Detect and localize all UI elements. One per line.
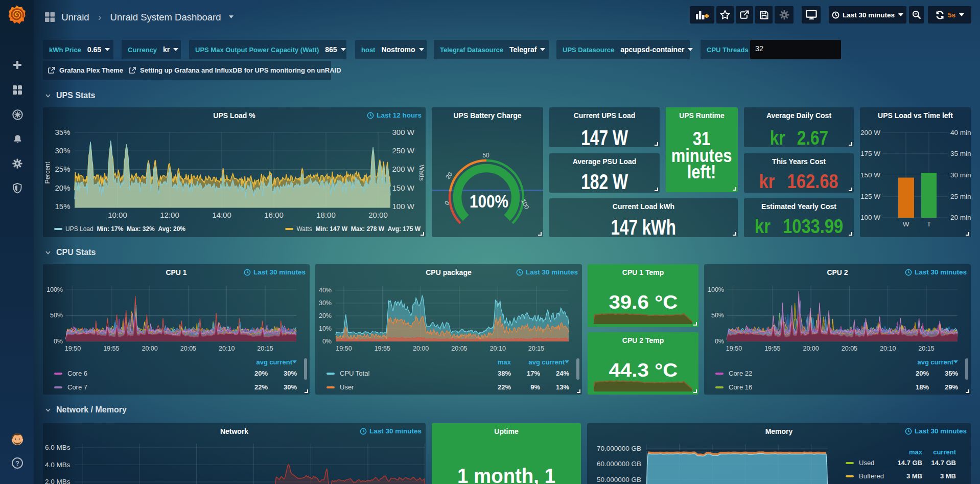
svg-text:35%: 35% (55, 128, 70, 136)
svg-text:150 W: 150 W (392, 183, 415, 192)
svg-text:40 min: 40 min (950, 129, 971, 136)
svg-text:20:15: 20:15 (257, 345, 273, 352)
svg-text:19:50: 19:50 (65, 345, 81, 352)
svg-text:60.000000 GB: 60.000000 GB (597, 460, 641, 468)
svg-text:20: 20 (444, 171, 454, 180)
svg-text:20%: 20% (319, 312, 332, 319)
svg-text:15%: 15% (55, 202, 70, 211)
svg-text:20:10: 20:10 (219, 345, 235, 352)
svg-text:50.000000 GB: 50.000000 GB (597, 476, 641, 483)
svg-text:19:50: 19:50 (336, 345, 352, 352)
svg-text:50%: 50% (50, 312, 63, 319)
svg-text:50%: 50% (711, 312, 724, 319)
svg-text:250 W: 250 W (392, 146, 415, 155)
svg-text:30 min: 30 min (950, 171, 971, 179)
svg-text:20:10: 20:10 (490, 345, 506, 352)
svg-text:19:55: 19:55 (103, 345, 119, 352)
svg-text:20:05: 20:05 (180, 345, 196, 352)
svg-text:100%: 100% (708, 286, 724, 293)
svg-text:10:00: 10:00 (108, 211, 127, 219)
svg-text:Percent: Percent (44, 162, 51, 184)
svg-text:200 W: 200 W (392, 165, 415, 173)
svg-text:19:50: 19:50 (726, 345, 742, 352)
svg-text:100 W: 100 W (392, 202, 415, 211)
svg-text:25 min: 25 min (950, 193, 971, 200)
svg-text:0%: 0% (322, 338, 332, 345)
svg-text:10%: 10% (319, 325, 332, 332)
svg-text:40%: 40% (319, 287, 332, 294)
svg-text:20%: 20% (55, 183, 70, 192)
svg-text:4.0 MBs: 4.0 MBs (45, 461, 71, 469)
svg-text:100 W: 100 W (860, 214, 880, 221)
svg-text:6.0 MBs: 6.0 MBs (45, 444, 71, 451)
svg-text:100%: 100% (46, 286, 63, 293)
svg-text:20:00: 20:00 (368, 211, 388, 219)
svg-text:0%: 0% (715, 338, 724, 345)
svg-text:30%: 30% (319, 299, 332, 307)
svg-text:20:15: 20:15 (918, 345, 934, 352)
svg-text:?: ? (15, 459, 19, 467)
svg-text:20:05: 20:05 (451, 345, 467, 352)
svg-text:125 W: 125 W (860, 193, 880, 200)
svg-text:19:55: 19:55 (764, 345, 780, 352)
svg-text:18:00: 18:00 (316, 211, 336, 219)
svg-text:12:00: 12:00 (160, 211, 179, 219)
svg-text:20 min: 20 min (950, 214, 971, 221)
svg-text:Watts: Watts (418, 165, 425, 180)
svg-text:100%: 100% (470, 192, 508, 212)
svg-text:175 W: 175 W (860, 150, 880, 157)
svg-text:300 W: 300 W (392, 128, 415, 136)
svg-text:20:05: 20:05 (842, 345, 857, 352)
svg-text:200 W: 200 W (860, 129, 880, 136)
svg-text:20:10: 20:10 (880, 345, 896, 352)
svg-text:20:15: 20:15 (528, 345, 544, 352)
svg-text:19:55: 19:55 (375, 345, 390, 352)
svg-text:20:00: 20:00 (142, 345, 157, 352)
svg-text:14:00: 14:00 (212, 211, 231, 219)
svg-text:T: T (927, 220, 931, 228)
svg-text:150 W: 150 W (860, 171, 880, 179)
svg-text:W: W (903, 220, 909, 228)
svg-text:0%: 0% (54, 338, 63, 345)
svg-text:16:00: 16:00 (264, 211, 284, 219)
svg-text:20:00: 20:00 (413, 345, 429, 352)
svg-text:50: 50 (482, 152, 489, 159)
svg-text:30%: 30% (55, 146, 70, 155)
svg-text:25%: 25% (55, 165, 70, 173)
svg-text:2.0 MBs: 2.0 MBs (45, 478, 71, 484)
svg-text:20:00: 20:00 (803, 345, 819, 352)
svg-text:35 min: 35 min (950, 150, 971, 157)
